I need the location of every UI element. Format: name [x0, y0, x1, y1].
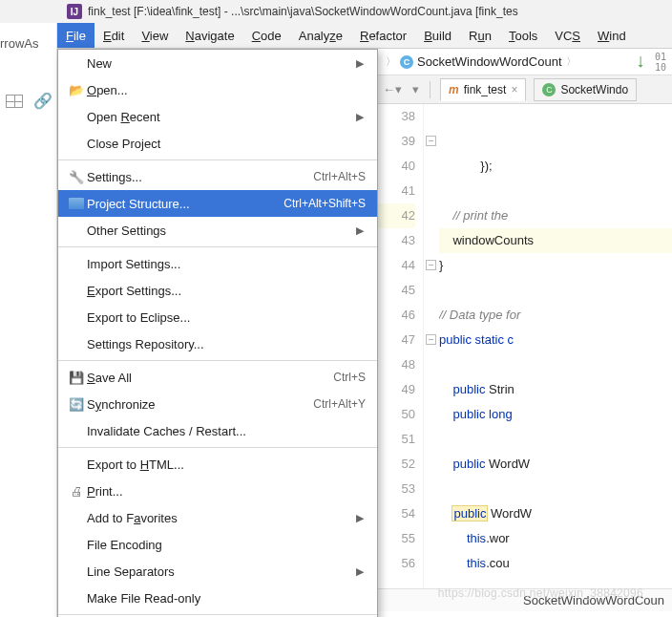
menu-item-import-settings[interactable]: Import Settings...: [58, 250, 377, 277]
menu-item-settings[interactable]: Settings...Ctrl+Alt+S: [58, 163, 377, 190]
menu-run[interactable]: Run: [460, 23, 500, 48]
submenu-arrow-icon: ▶: [356, 512, 366, 524]
download-icon[interactable]: ⭣: [635, 54, 647, 69]
menu-item-make-readonly[interactable]: Make File Read-only: [58, 585, 377, 611]
left-truncated-label: rrowAs: [0, 36, 38, 51]
menu-analyze[interactable]: Analyze: [290, 23, 351, 48]
menu-build[interactable]: Build: [415, 23, 460, 48]
menu-tools[interactable]: Tools: [500, 23, 546, 48]
fold-collapse-icon[interactable]: –: [426, 136, 436, 146]
watermark: https://blog.csdn.net/weixin_38842096: [438, 586, 643, 600]
tab-label: SocketWindo: [560, 83, 628, 96]
close-tab-icon[interactable]: ×: [511, 83, 517, 96]
menu-item-synchronize[interactable]: SynchronizeCtrl+Alt+Y: [58, 391, 377, 417]
title-bar: IJ fink_test [F:\idea\fink_test] - ...\s…: [0, 0, 672, 23]
fold-collapse-icon[interactable]: –: [426, 334, 436, 345]
menu-item-line-separators[interactable]: Line Separators▶: [58, 558, 377, 585]
window-title: fink_test [F:\idea\fink_test] - ...\src\…: [88, 5, 518, 18]
left-gutter-panel: rrowAs 🔗: [0, 23, 57, 617]
class-icon: C: [542, 83, 556, 96]
menu-item-invalidate-caches[interactable]: Invalidate Caches / Restart...: [58, 417, 377, 444]
menu-item-export-settings[interactable]: Export Settings...: [58, 277, 377, 304]
menu-vcs[interactable]: VCS: [546, 23, 589, 48]
menu-separator: [58, 160, 377, 160]
file-menu-dropdown: New▶ Open... Open Recent▶ Close Project …: [57, 49, 378, 617]
chevron-right-icon: 〉: [566, 54, 577, 69]
line-gutter: 38 39 40 41 42 43 44 45 46 47 48 49 50 5…: [378, 104, 424, 588]
menu-separator: [58, 246, 377, 247]
menu-item-project-structure[interactable]: Project Structure...Ctrl+Alt+Shift+S: [58, 190, 377, 217]
code-editor[interactable]: 38 39 40 41 42 43 44 45 46 47 48 49 50 5…: [378, 104, 672, 588]
menu-item-add-favorites[interactable]: Add to Favorites▶: [58, 504, 377, 531]
menu-view[interactable]: View: [133, 23, 177, 48]
class-icon: C: [400, 55, 413, 69]
app-icon: IJ: [67, 4, 82, 19]
chevron-right-icon: 〉: [386, 54, 396, 69]
menu-bar: File Edit View Navigate Code Analyze Ref…: [0, 23, 672, 49]
wrench-icon: [66, 170, 87, 184]
submenu-arrow-icon: ▶: [356, 565, 366, 578]
submenu-arrow-icon: ▶: [356, 111, 366, 123]
menu-refactor[interactable]: Refactor: [351, 23, 415, 48]
menu-item-other-settings[interactable]: Other Settings▶: [58, 217, 377, 244]
menu-separator: [58, 447, 377, 448]
fold-strip: – – –: [424, 104, 439, 588]
breadcrumb-bar: 〉 C SocketWindowWordCount 〉 ⭣ 0110: [378, 49, 672, 75]
menu-item-export-eclipse[interactable]: Export to Eclipse...: [58, 304, 377, 330]
editor-tab-fink-test[interactable]: m fink_test ×: [440, 78, 526, 101]
submenu-arrow-icon: ▶: [356, 57, 366, 70]
editor-toolbar: ←▾ ▾ m fink_test × C SocketWindo: [378, 75, 672, 104]
sync-icon: [66, 397, 87, 412]
divider: [430, 81, 430, 98]
link-icon[interactable]: 🔗: [33, 92, 52, 110]
editor-tab-socketwindow[interactable]: C SocketWindo: [534, 78, 637, 101]
menu-edit[interactable]: Edit: [94, 23, 133, 48]
save-icon: [66, 371, 87, 385]
menu-item-settings-repo[interactable]: Settings Repository...: [58, 330, 377, 357]
breadcrumb-item[interactable]: SocketWindowWordCount: [417, 54, 562, 69]
menu-file[interactable]: File: [57, 23, 94, 48]
back-icon[interactable]: ←▾: [382, 79, 403, 100]
tab-label: fink_test: [464, 83, 507, 96]
menu-separator: [58, 360, 377, 361]
menu-item-save-all[interactable]: Save AllCtrl+S: [58, 364, 377, 391]
menu-item-open[interactable]: Open...: [58, 76, 377, 103]
print-icon: [66, 484, 87, 499]
maven-icon: m: [449, 83, 459, 96]
menu-item-print[interactable]: Print...: [58, 478, 377, 504]
menu-item-close-project[interactable]: Close Project: [58, 130, 377, 157]
code-area[interactable]: }); // print the windowCounts env.execut…: [439, 104, 672, 588]
menu-item-new[interactable]: New▶: [58, 50, 377, 76]
submenu-arrow-icon: ▶: [356, 224, 366, 237]
project-structure-icon: [66, 198, 87, 209]
menu-navigate[interactable]: Navigate: [177, 23, 242, 48]
folder-open-icon: [66, 83, 87, 97]
menu-separator: [58, 614, 377, 615]
menu-item-export-html[interactable]: Export to HTML...: [58, 451, 377, 478]
dropdown-icon[interactable]: ▾: [405, 79, 426, 100]
table-icon[interactable]: [6, 95, 23, 108]
menu-item-open-recent[interactable]: Open Recent▶: [58, 103, 377, 130]
menu-code[interactable]: Code: [243, 23, 290, 48]
fold-collapse-icon[interactable]: –: [426, 260, 436, 270]
binary-icon[interactable]: 0110: [655, 52, 666, 73]
menu-window[interactable]: Wind: [589, 23, 635, 48]
menu-item-file-encoding[interactable]: File Encoding: [58, 531, 377, 558]
